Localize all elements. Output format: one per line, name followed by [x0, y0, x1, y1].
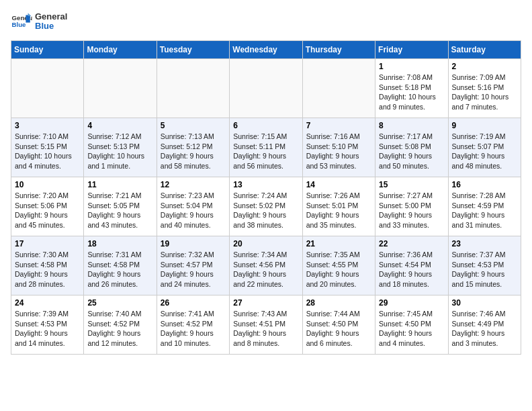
day-number: 13: [233, 180, 298, 189]
day-number: 5: [161, 121, 226, 130]
day-number: 22: [379, 239, 444, 248]
day-number: 27: [233, 298, 298, 308]
day-number: 7: [306, 121, 371, 130]
logo-icon: General Blue: [11, 11, 32, 32]
day-info: Sunrise: 7:34 AM Sunset: 4:56 PM Dayligh…: [233, 250, 298, 289]
day-number: 26: [161, 298, 226, 308]
day-info: Sunrise: 7:43 AM Sunset: 4:51 PM Dayligh…: [233, 309, 298, 349]
day-number: 1: [379, 62, 444, 71]
day-info: Sunrise: 7:41 AM Sunset: 4:52 PM Dayligh…: [161, 309, 226, 349]
calendar-cell: 14Sunrise: 7:26 AM Sunset: 5:01 PM Dayli…: [302, 177, 375, 236]
calendar-cell: 25Sunrise: 7:40 AM Sunset: 4:52 PM Dayli…: [84, 295, 157, 355]
day-info: Sunrise: 7:16 AM Sunset: 5:10 PM Dayligh…: [306, 132, 371, 171]
day-number: 2: [452, 62, 517, 71]
day-info: Sunrise: 7:46 AM Sunset: 4:49 PM Dayligh…: [452, 309, 517, 349]
day-number: 3: [15, 121, 80, 130]
day-number: 29: [379, 298, 444, 308]
calendar-cell: 22Sunrise: 7:36 AM Sunset: 4:54 PM Dayli…: [375, 236, 448, 295]
day-number: 16: [452, 180, 517, 189]
calendar-cell: 18Sunrise: 7:31 AM Sunset: 4:58 PM Dayli…: [84, 236, 157, 295]
logo: General Blue General Blue: [11, 11, 67, 32]
calendar-cell: 12Sunrise: 7:23 AM Sunset: 5:04 PM Dayli…: [157, 177, 229, 236]
day-info: Sunrise: 7:26 AM Sunset: 5:01 PM Dayligh…: [306, 191, 371, 230]
day-number: 6: [233, 121, 298, 130]
logo-blue: Blue: [35, 21, 54, 31]
calendar-week-5: 24Sunrise: 7:39 AM Sunset: 4:53 PM Dayli…: [11, 295, 521, 355]
day-info: Sunrise: 7:09 AM Sunset: 5:16 PM Dayligh…: [452, 73, 517, 112]
day-info: Sunrise: 7:19 AM Sunset: 5:07 PM Dayligh…: [452, 132, 517, 171]
day-number: 19: [161, 239, 226, 248]
day-info: Sunrise: 7:27 AM Sunset: 5:00 PM Dayligh…: [379, 191, 444, 230]
calendar-cell: [11, 59, 84, 118]
day-number: 24: [15, 298, 80, 308]
calendar-cell: [302, 59, 375, 118]
calendar-cell: 26Sunrise: 7:41 AM Sunset: 4:52 PM Dayli…: [157, 295, 229, 355]
calendar-cell: 20Sunrise: 7:34 AM Sunset: 4:56 PM Dayli…: [230, 236, 302, 295]
day-number: 25: [87, 298, 152, 308]
day-info: Sunrise: 7:13 AM Sunset: 5:12 PM Dayligh…: [161, 132, 226, 171]
day-number: 8: [379, 121, 444, 130]
day-number: 11: [87, 180, 152, 189]
calendar-cell: 30Sunrise: 7:46 AM Sunset: 4:49 PM Dayli…: [448, 295, 521, 355]
day-number: 18: [87, 239, 152, 248]
day-number: 15: [379, 180, 444, 189]
calendar-cell: 16Sunrise: 7:28 AM Sunset: 4:59 PM Dayli…: [448, 177, 521, 236]
day-info: Sunrise: 7:40 AM Sunset: 4:52 PM Dayligh…: [87, 309, 152, 349]
weekday-header-tuesday: Tuesday: [157, 41, 229, 59]
day-info: Sunrise: 7:17 AM Sunset: 5:08 PM Dayligh…: [379, 132, 444, 171]
calendar-cell: [230, 59, 302, 118]
calendar-cell: 11Sunrise: 7:21 AM Sunset: 5:05 PM Dayli…: [84, 177, 157, 236]
calendar-cell: 1Sunrise: 7:08 AM Sunset: 5:18 PM Daylig…: [375, 59, 448, 118]
calendar-cell: 6Sunrise: 7:15 AM Sunset: 5:11 PM Daylig…: [230, 118, 302, 177]
calendar-header-row: SundayMondayTuesdayWednesdayThursdayFrid…: [11, 41, 521, 59]
logo-text: General Blue: [35, 12, 67, 32]
weekday-header-friday: Friday: [375, 41, 448, 59]
day-info: Sunrise: 7:10 AM Sunset: 5:15 PM Dayligh…: [15, 132, 80, 171]
weekday-header-thursday: Thursday: [302, 41, 375, 59]
day-info: Sunrise: 7:28 AM Sunset: 4:59 PM Dayligh…: [452, 191, 517, 230]
calendar-week-1: 1Sunrise: 7:08 AM Sunset: 5:18 PM Daylig…: [11, 59, 521, 118]
calendar-cell: 8Sunrise: 7:17 AM Sunset: 5:08 PM Daylig…: [375, 118, 448, 177]
day-info: Sunrise: 7:44 AM Sunset: 4:50 PM Dayligh…: [306, 309, 371, 349]
calendar-cell: 15Sunrise: 7:27 AM Sunset: 5:00 PM Dayli…: [375, 177, 448, 236]
calendar-cell: 5Sunrise: 7:13 AM Sunset: 5:12 PM Daylig…: [157, 118, 229, 177]
calendar-cell: 3Sunrise: 7:10 AM Sunset: 5:15 PM Daylig…: [11, 118, 84, 177]
day-info: Sunrise: 7:35 AM Sunset: 4:55 PM Dayligh…: [306, 250, 371, 289]
page-header: General Blue General Blue: [11, 11, 521, 32]
calendar-cell: 13Sunrise: 7:24 AM Sunset: 5:02 PM Dayli…: [230, 177, 302, 236]
day-info: Sunrise: 7:37 AM Sunset: 4:53 PM Dayligh…: [452, 250, 517, 289]
day-info: Sunrise: 7:36 AM Sunset: 4:54 PM Dayligh…: [379, 250, 444, 289]
day-number: 17: [15, 239, 80, 248]
calendar-cell: 19Sunrise: 7:32 AM Sunset: 4:57 PM Dayli…: [157, 236, 229, 295]
day-info: Sunrise: 7:45 AM Sunset: 4:50 PM Dayligh…: [379, 309, 444, 349]
day-number: 21: [306, 239, 371, 248]
weekday-header-saturday: Saturday: [448, 41, 521, 59]
day-info: Sunrise: 7:24 AM Sunset: 5:02 PM Dayligh…: [233, 191, 298, 230]
calendar-cell: 29Sunrise: 7:45 AM Sunset: 4:50 PM Dayli…: [375, 295, 448, 355]
day-number: 4: [87, 121, 152, 130]
weekday-header-wednesday: Wednesday: [230, 41, 302, 59]
logo-general: General: [35, 11, 67, 21]
calendar-cell: 28Sunrise: 7:44 AM Sunset: 4:50 PM Dayli…: [302, 295, 375, 355]
calendar-cell: 2Sunrise: 7:09 AM Sunset: 5:16 PM Daylig…: [448, 59, 521, 118]
day-info: Sunrise: 7:12 AM Sunset: 5:13 PM Dayligh…: [87, 132, 152, 171]
calendar-cell: 21Sunrise: 7:35 AM Sunset: 4:55 PM Dayli…: [302, 236, 375, 295]
svg-text:Blue: Blue: [12, 21, 26, 28]
calendar-week-2: 3Sunrise: 7:10 AM Sunset: 5:15 PM Daylig…: [11, 118, 521, 177]
weekday-header-sunday: Sunday: [11, 41, 84, 59]
day-number: 14: [306, 180, 371, 189]
svg-marker-2: [26, 15, 30, 22]
day-number: 23: [452, 239, 517, 248]
calendar-cell: 27Sunrise: 7:43 AM Sunset: 4:51 PM Dayli…: [230, 295, 302, 355]
calendar-table: SundayMondayTuesdayWednesdayThursdayFrid…: [11, 40, 521, 355]
day-number: 30: [452, 298, 517, 308]
calendar-cell: [84, 59, 157, 118]
day-info: Sunrise: 7:31 AM Sunset: 4:58 PM Dayligh…: [87, 250, 152, 289]
day-number: 9: [452, 121, 517, 130]
calendar-cell: 10Sunrise: 7:20 AM Sunset: 5:06 PM Dayli…: [11, 177, 84, 236]
day-info: Sunrise: 7:08 AM Sunset: 5:18 PM Dayligh…: [379, 73, 444, 112]
calendar-cell: 23Sunrise: 7:37 AM Sunset: 4:53 PM Dayli…: [448, 236, 521, 295]
calendar-cell: [157, 59, 229, 118]
day-number: 10: [15, 180, 80, 189]
day-number: 20: [233, 239, 298, 248]
